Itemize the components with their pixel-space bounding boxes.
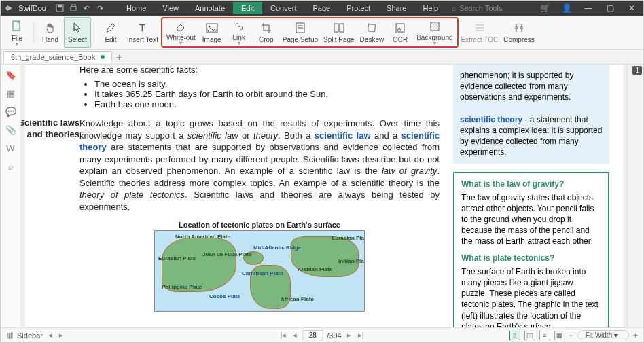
minimize-button[interactable]: —	[581, 2, 596, 14]
file-button[interactable]: File▾	[3, 17, 31, 48]
first-page-button[interactable]: |◂	[279, 331, 287, 340]
prev-page-button[interactable]: ◂	[291, 331, 298, 340]
svg-rect-1	[58, 5, 62, 7]
body-paragraph: Knowledge about a topic grows based on t…	[79, 118, 440, 213]
ribbon: File▾ Hand Select Edit T Insert Text Whi…	[1, 16, 643, 50]
page-setup-button[interactable]: Page Setup	[280, 18, 321, 46]
menu-edit[interactable]: Edit	[233, 2, 262, 14]
toc-icon	[474, 21, 485, 35]
menubar: Home View Annotate Edit Convert Page Pro…	[118, 2, 446, 14]
next-view-button[interactable]: ▸	[58, 331, 65, 340]
svg-rect-3	[71, 5, 75, 7]
question-box: What is the law of gravity? The law of g…	[453, 172, 609, 328]
map-title: Location of tectonic plates on Earth's s…	[79, 221, 440, 229]
menu-convert[interactable]: Convert	[262, 2, 305, 14]
link-scientific-theory-def[interactable]: scientific theory	[460, 115, 522, 124]
next-page-button[interactable]: ▸	[346, 331, 353, 340]
compress-button[interactable]: Compress	[501, 17, 537, 48]
definition-box: phenomenon; it is supported by evidence …	[453, 65, 609, 164]
view-grid-button[interactable]: ▦	[554, 331, 565, 340]
eraser-icon	[175, 20, 187, 33]
hand-button[interactable]: Hand	[37, 17, 64, 48]
background-icon	[429, 20, 440, 33]
page-setup-icon	[296, 21, 305, 35]
cart-icon[interactable]: 🛒	[537, 2, 552, 14]
comments-icon[interactable]: 💬	[5, 107, 16, 117]
menu-annotate[interactable]: Annotate	[187, 2, 233, 14]
menu-view[interactable]: View	[154, 2, 187, 14]
last-page-button[interactable]: ▸|	[357, 331, 365, 340]
bookmark-icon[interactable]: 🔖	[5, 70, 16, 80]
app-name: SwifDoo	[18, 4, 46, 12]
view-continuous-button[interactable]: ≡	[539, 331, 550, 340]
fact-item: Earth has one moon.	[94, 99, 440, 109]
undo-icon[interactable]: ↶	[83, 4, 91, 12]
zoom-select[interactable]: Fit Width ▾	[578, 330, 629, 340]
svg-rect-12	[340, 24, 344, 32]
edit-button[interactable]: Edit	[97, 17, 124, 48]
link-scientific-law[interactable]: scientific law	[315, 130, 371, 141]
ocr-button[interactable]: A OCR	[387, 18, 414, 46]
attachment-icon[interactable]: 📎	[5, 125, 16, 135]
select-button[interactable]: Select	[64, 17, 91, 48]
search-panel-icon[interactable]: ⌕	[8, 162, 14, 172]
document-tab[interactable]: 6th_grade_science_Book	[3, 51, 112, 62]
crop-button[interactable]: Crop	[253, 18, 280, 46]
sidebar-label[interactable]: Sidebar	[17, 331, 43, 340]
app-logo-icon	[5, 4, 13, 12]
print-icon[interactable]	[69, 4, 77, 12]
whiteout-button[interactable]: White-out▾	[164, 18, 198, 46]
menu-protect[interactable]: Protect	[338, 2, 378, 14]
save-icon[interactable]	[56, 4, 64, 12]
select-icon	[72, 21, 83, 35]
user-icon[interactable]: 👤	[559, 2, 574, 14]
page: Here are some scientific facts: The ocea…	[25, 65, 623, 327]
split-page-button[interactable]: Split Page	[321, 18, 357, 46]
svg-rect-13	[368, 24, 376, 31]
add-tab-button[interactable]: +	[116, 52, 122, 62]
sidebar-toggle-icon[interactable]: ▥	[6, 331, 13, 340]
close-button[interactable]: ✕	[624, 2, 639, 14]
background-button[interactable]: Background▾	[414, 18, 455, 46]
side-heading: Scientific lawsand theories	[21, 118, 79, 141]
menu-page[interactable]: Page	[305, 2, 339, 14]
view-single-button[interactable]: ▯	[509, 331, 520, 340]
menu-share[interactable]: Share	[378, 2, 414, 14]
maximize-button[interactable]: ▢	[603, 2, 618, 14]
file-icon	[12, 20, 22, 33]
split-icon	[334, 21, 344, 35]
search-tools[interactable]: ⌕Search Tools	[452, 4, 502, 12]
text-icon: T	[137, 21, 148, 35]
svg-text:T: T	[139, 22, 145, 33]
fact-item: The ocean is salty.	[94, 79, 440, 89]
fact-item: It takes 365.25 Earth days for Earth to …	[94, 89, 440, 99]
svg-text:A: A	[397, 26, 401, 32]
map-figure: Location of tectonic plates on Earth's s…	[79, 221, 440, 312]
link-button[interactable]: Link▾	[226, 18, 253, 46]
menu-help[interactable]: Help	[414, 2, 446, 14]
prev-view-button[interactable]: ◂	[47, 331, 54, 340]
menu-home[interactable]: Home	[118, 2, 154, 14]
image-icon	[206, 21, 218, 35]
answer-text: The law of gravity states that objects a…	[461, 192, 601, 247]
link-icon	[233, 20, 245, 33]
question-heading: What is the law of gravity?	[461, 179, 601, 189]
image-button[interactable]: Image	[198, 18, 226, 46]
svg-point-7	[208, 26, 210, 28]
deskew-icon	[366, 21, 377, 35]
document-viewport[interactable]: Here are some scientific facts: The ocea…	[21, 65, 627, 327]
text-tool-icon[interactable]: W	[6, 143, 14, 154]
thumbnails-icon[interactable]: ▦	[7, 88, 15, 98]
zoom-out-button[interactable]: −	[569, 331, 574, 340]
page-number-input[interactable]	[302, 330, 323, 340]
redo-icon[interactable]: ↷	[96, 4, 105, 12]
insert-text-button[interactable]: T Insert Text	[124, 17, 161, 48]
question-heading: What is plate tectonics?	[461, 253, 601, 264]
extract-toc-button[interactable]: Extract TOC	[459, 17, 501, 48]
view-facing-button[interactable]: ▯▯	[524, 331, 535, 340]
document-tab-name: 6th_grade_science_Book	[11, 53, 95, 61]
scrollbar[interactable]: 1	[627, 65, 643, 327]
titlebar: SwifDoo ↶ ↷ Home View Annotate Edit Conv…	[1, 1, 643, 16]
deskew-button[interactable]: Deskew	[357, 18, 387, 46]
zoom-in-button[interactable]: +	[633, 331, 638, 340]
